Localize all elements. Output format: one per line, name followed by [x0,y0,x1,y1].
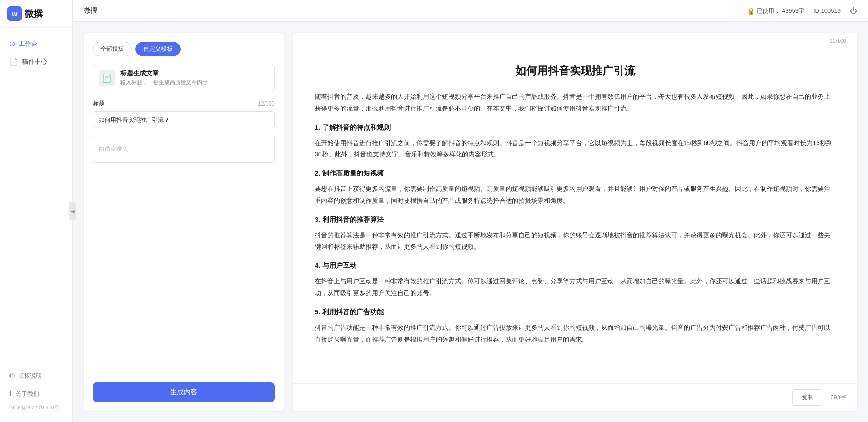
extra-placeholder: 白请空录入 [99,145,128,153]
topbar: 微撰 🔒 已使用： 43953字 ID:100519 ⏻ [73,0,868,22]
sidebar-item-workspace[interactable]: ⊙ 工作台 [0,35,72,53]
sidebar-item-copyright[interactable]: © 版权说明 [0,367,72,385]
article-section-heading: 5. 利用抖音的广告功能 [315,306,835,318]
page-info: 11/100 [829,38,846,44]
topbar-title: 微撰 [84,6,97,15]
right-panel-footer: 复制 693字 [293,383,857,411]
article-title: 如何用抖音实现推广引流 [315,64,835,78]
sidebar-nav: ⊙ 工作台 📄 稿件中心 [0,28,72,360]
main-wrapper: 微撰 🔒 已使用： 43953字 ID:100519 ⏻ 全部模板 自定义模板 … [73,0,868,422]
right-panel: 11/100 如何用抖音实现推广引流 随着抖音的普及，越来越多的人开始利用这个短… [293,33,857,411]
sidebar-item-workspace-label: 工作台 [19,40,38,48]
svg-text:W: W [11,10,18,18]
article-paragraph: 要想在抖音上获得更多的流量，你需要制作高质量的短视频。高质量的短视频能够吸引更多… [315,183,835,207]
sidebar-bottom: © 版权说明 ℹ 关于我们 ©ICP备2022016946号 [0,360,72,422]
extra-field[interactable]: 白请空录入 [93,136,275,163]
usage-display: 🔒 已使用： 43953字 [747,7,804,15]
template-info: 标题生成文章 输入标题，一键生成高质量文章内容 [120,70,208,86]
article-paragraph: 随着抖音的普及，越来越多的人开始利用这个短视频分享平台来推广自己的产品或服务。抖… [315,91,835,115]
article-paragraph: 在开始使用抖音进行推广引流之前，你需要了解抖音的特点和规则。抖音是一个短视频分享… [315,137,835,161]
user-id: ID:100519 [813,7,841,14]
about-icon: ℹ [9,389,12,398]
sidebar-collapse-button[interactable]: ◀ [69,202,76,220]
template-card[interactable]: 📄 标题生成文章 输入标题，一键生成高质量文章内容 [93,64,275,92]
workspace-icon: ⊙ [9,40,15,48]
article-section-heading: 4. 与用户互动 [315,259,835,272]
sidebar-item-about[interactable]: ℹ 关于我们 [0,385,72,402]
sidebar: W 微撰 ⊙ 工作台 📄 稿件中心 © 版权说明 ℹ 关于我们 ©ICP备202… [0,0,73,422]
sidebar-item-drafts-label: 稿件中心 [22,58,47,66]
sidebar-item-copyright-label: 版权说明 [18,372,42,380]
template-tabs: 全部模板 自定义模板 [93,42,275,56]
article-paragraph: 抖音的广告功能是一种非常有效的推广引流方式。你可以通过广告投放来让更多的人看到你… [315,322,835,346]
copyright-icon: © [9,372,15,380]
word-count: 693字 [830,393,846,402]
article-section-heading: 2. 制作高质量的短视频 [315,167,835,180]
template-name: 标题生成文章 [120,70,208,78]
usage-count: 43953字 [782,7,804,15]
article-paragraph: 抖音的推荐算法是一种非常有效的推广引流方式。通过不断地发布和分享自己的短视频，你… [315,230,835,253]
left-panel: 全部模板 自定义模板 📄 标题生成文章 输入标题，一键生成高质量文章内容 标题 … [84,33,284,411]
usage-icon: 🔒 [747,7,755,15]
tab-all-templates[interactable]: 全部模板 [93,42,132,56]
article-paragraph: 在抖音上与用户互动是一种非常有效的推广引流方式。你可以通过回复评论、点赞、分享等… [315,276,835,299]
logo-area: W 微撰 [0,0,72,28]
icp-copyright: ©ICP备2022016946号 [0,402,72,415]
sidebar-item-drafts[interactable]: 📄 稿件中心 [0,53,72,70]
topbar-right: 🔒 已使用： 43953字 ID:100519 ⏻ [747,7,857,15]
article-section-heading: 1. 了解抖音的特点和规则 [315,121,835,134]
content-area: 全部模板 自定义模板 📄 标题生成文章 输入标题，一键生成高质量文章内容 标题 … [73,22,868,422]
app-name: 微撰 [25,8,43,20]
template-desc: 输入标题，一键生成高质量文章内容 [120,79,208,86]
right-panel-header: 11/100 [293,33,857,49]
copy-button[interactable]: 复制 [792,389,823,406]
article-content[interactable]: 如何用抖音实现推广引流 随着抖音的普及，越来越多的人开始利用这个短视频分享平台来… [293,49,857,383]
title-char-count: 12/100 [258,100,275,107]
sidebar-item-about-label: 关于我们 [15,390,39,398]
drafts-icon: 📄 [9,57,18,66]
logo-icon: W [7,6,22,21]
template-card-icon: 📄 [99,70,115,86]
title-field-label: 标题 12/100 [93,100,275,108]
title-label-text: 标题 [93,100,105,108]
generate-button[interactable]: 生成内容 [93,382,275,402]
usage-label: 已使用： [757,7,780,15]
tab-custom-templates[interactable]: 自定义模板 [135,42,181,56]
article-section-heading: 3. 利用抖音的推荐算法 [315,213,835,226]
title-input[interactable] [93,111,275,128]
article-body: 随着抖音的普及，越来越多的人开始利用这个短视频分享平台来推广自己的产品或服务。抖… [315,91,835,345]
title-field-group: 标题 12/100 [93,100,275,128]
power-icon[interactable]: ⏻ [850,7,857,15]
